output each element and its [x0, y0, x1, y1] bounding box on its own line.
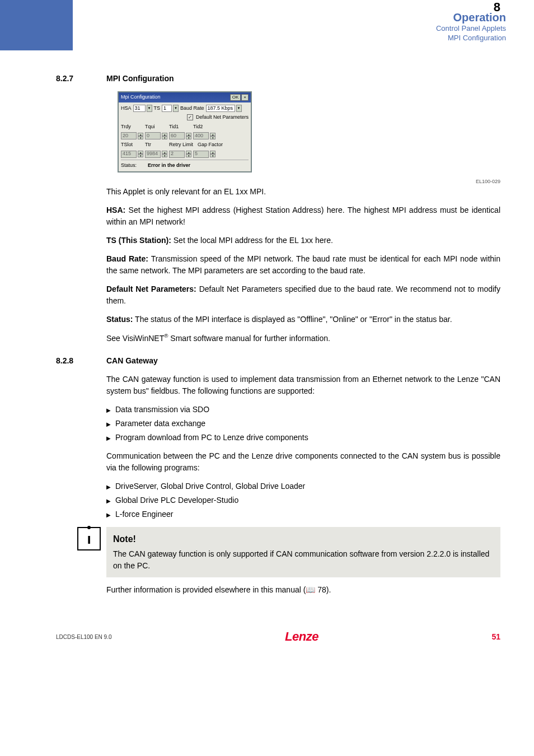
ttr-field: 9984: [145, 151, 161, 158]
can-programs-intro: Communication between the PC and the Len…: [106, 450, 500, 474]
status-run-label: Status:: [106, 315, 133, 324]
note-title: Note!: [113, 533, 494, 546]
footer-doc-id: LDCDS-EL100 EN 9.0: [56, 634, 112, 640]
list-item: Parameter data exchange: [106, 418, 500, 430]
para-baud: Baud Rate: Transmission speed of the MPI…: [106, 253, 500, 277]
list-item: Global Drive PLC Developer-Studio: [106, 494, 500, 506]
section-title: MPI Configuration: [106, 73, 174, 85]
note-text: The CAN gateway function is only support…: [113, 548, 494, 572]
baud-dropdown-icon[interactable]: ▼: [236, 105, 242, 112]
section-827-heading: 8.2.7 MPI Configuration: [56, 73, 500, 85]
can-intro: The CAN gateway function is used to impl…: [106, 374, 500, 397]
status-label: Status:: [121, 162, 148, 170]
dialog-body: HSA 31 ▼ TS 1 ▼ Baud Rate 187.5 Kbps ▼ ✓…: [119, 102, 251, 172]
mpi-configuration-dialog: Mpi Configuration OK × HSA 31 ▼ TS 1 ▼ B…: [118, 91, 252, 172]
spin-icon[interactable]: ▴▾: [138, 133, 143, 139]
spin-icon[interactable]: ▴▾: [162, 151, 167, 157]
hsa-text: Set the highest MPI address (Highest Sta…: [106, 206, 500, 226]
tid1-field: 60: [169, 132, 185, 139]
dialog-title: Mpi Configuration: [121, 94, 161, 101]
default-params-label: Default Net Parameters: [196, 114, 249, 122]
spin-icon[interactable]: ▴▾: [138, 151, 143, 157]
see-pre: See VisiWinNET: [106, 333, 164, 342]
ok-button[interactable]: OK: [230, 94, 241, 101]
retry-field: 2: [169, 151, 185, 158]
header-text-block: Operation Control Panel Applets MPI Conf…: [436, 11, 506, 43]
spin-icon[interactable]: ▴▾: [186, 133, 191, 139]
baud-label: Baud Rate: [180, 105, 204, 113]
para-hsa: HSA: Set the highest MPI address (Highes…: [106, 204, 500, 228]
baud-text: Transmission speed of the MPI network. T…: [106, 254, 500, 275]
tslot-label: TSlot: [121, 141, 143, 149]
tid2-field: 400: [193, 132, 209, 139]
tid1-label: Tid1: [169, 123, 191, 131]
dialog-titlebar: Mpi Configuration OK ×: [119, 92, 251, 102]
para-applet-relevant: This Applet is only relevant for an EL 1…: [106, 186, 500, 198]
info-icon: ı: [77, 527, 101, 550]
trdy-field: 20: [121, 132, 137, 139]
footer-page-number: 51: [491, 632, 500, 641]
baud-run-label: Baud Rate:: [106, 254, 148, 263]
spin-icon[interactable]: ▴▾: [186, 151, 191, 157]
footer-logo: Lenze: [285, 629, 318, 644]
list-item: Program download from PC to Lenze drive …: [106, 432, 500, 444]
gap-field: 5: [193, 151, 209, 158]
header-sub2: MPI Configuration: [436, 34, 506, 43]
section-title: CAN Gateway: [106, 355, 158, 367]
tid2-label: Tid2: [193, 123, 216, 131]
list-item: DriveServer, Global Drive Control, Globa…: [106, 480, 500, 492]
close-button[interactable]: ×: [241, 94, 249, 101]
list-item: Data transmission via SDO: [106, 404, 500, 416]
tqui-label: Tqui: [145, 123, 167, 131]
spin-icon[interactable]: ▴▾: [210, 151, 216, 157]
section-828-heading: 8.2.8 CAN Gateway: [56, 355, 500, 367]
list-item: L-force Engineer: [106, 508, 500, 520]
page-content: 8.2.7 MPI Configuration Mpi Configuratio…: [56, 73, 500, 596]
ts-run-label: TS (This Station):: [106, 236, 171, 245]
further-info: Further information is provided elsewher…: [106, 584, 500, 596]
hsa-field[interactable]: 31: [133, 105, 146, 112]
ts-label: TS: [154, 105, 161, 113]
section-number: 8.2.8: [56, 355, 106, 367]
para-see: See VisiWinNET® Smart software manual fo…: [106, 332, 500, 344]
header-title: Operation: [436, 11, 506, 24]
header-white-area: 8 Operation Control Panel Applets MPI Co…: [73, 0, 534, 50]
section-number: 8.2.7: [56, 73, 106, 85]
def-run-label: Default Net Parameters:: [106, 284, 196, 293]
status-value: Error in the driver: [148, 162, 190, 170]
hsa-run-label: HSA:: [106, 206, 125, 214]
page-footer: LDCDS-EL100 EN 9.0 Lenze 51: [56, 629, 500, 644]
ttr-label: Ttr: [145, 141, 167, 149]
trdy-label: Trdy: [121, 123, 143, 131]
page-header: 8 Operation Control Panel Applets MPI Co…: [0, 0, 534, 50]
retry-label: Retry Limit: [169, 141, 196, 149]
para-status: Status: The status of the MPI interface …: [106, 314, 500, 325]
ts-field[interactable]: 1: [162, 105, 172, 112]
tqui-field: 0: [145, 132, 161, 139]
para-ts: TS (This Station): Set the local MPI add…: [106, 235, 500, 246]
default-params-checkbox[interactable]: ✓: [187, 114, 193, 120]
see-post: Smart software manual for further inform…: [168, 333, 330, 342]
ts-text: Set the local MPI address for the EL 1xx…: [171, 236, 333, 245]
hsa-label: HSA: [121, 105, 132, 113]
spin-icon[interactable]: ▴▾: [210, 133, 216, 139]
baud-field[interactable]: 187.5 Kbps: [206, 105, 235, 112]
figure-code: EL100-029: [56, 178, 500, 186]
spin-icon[interactable]: ▴▾: [162, 133, 167, 139]
can-programs-list: DriveServer, Global Drive Control, Globa…: [106, 480, 500, 520]
hsa-dropdown-icon[interactable]: ▼: [147, 105, 152, 112]
para-default: Default Net Parameters: Default Net Para…: [106, 283, 500, 307]
ts-dropdown-icon[interactable]: ▼: [173, 105, 179, 112]
note-box: ı Note! The CAN gateway function is only…: [106, 527, 500, 577]
tslot-field: 415: [121, 151, 137, 158]
gap-label: Gap Factor: [198, 141, 224, 149]
header-sub1: Control Panel Applets: [436, 24, 506, 34]
can-functions-list: Data transmission via SDO Parameter data…: [106, 404, 500, 444]
status-text: The status of the MPI interface is displ…: [133, 315, 452, 324]
mpi-dialog-figure: Mpi Configuration OK × HSA 31 ▼ TS 1 ▼ B…: [118, 91, 500, 172]
